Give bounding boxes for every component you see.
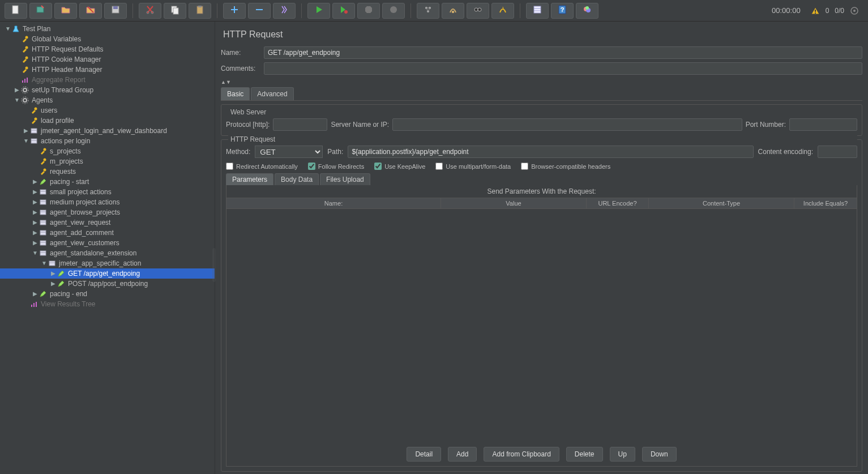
col-value[interactable]: Value — [441, 198, 587, 208]
path-input[interactable] — [348, 146, 753, 158]
expand-arrow-icon[interactable]: ▼ — [14, 95, 20, 105]
collapse-button[interactable] — [248, 3, 271, 19]
tree-node[interactable]: m_projects — [0, 156, 215, 166]
tree-node[interactable]: HTTP Header Manager — [0, 65, 215, 75]
save-button[interactable] — [104, 3, 127, 19]
detail-button[interactable]: Detail — [407, 447, 441, 462]
up-button[interactable]: Up — [610, 447, 635, 462]
tree-node[interactable]: ▶setUp Thread Group — [0, 85, 215, 95]
expand-arrow-icon[interactable]: ▶ — [32, 289, 39, 299]
tree-node[interactable]: Aggregate Report — [0, 75, 215, 85]
expand-arrow-icon[interactable]: ▶ — [14, 85, 20, 95]
name-input[interactable] — [264, 46, 862, 59]
expand-arrow-icon[interactable]: ▶ — [32, 197, 39, 207]
comments-input[interactable] — [264, 62, 862, 75]
expand-arrow-icon[interactable]: ▶ — [32, 207, 39, 217]
tree-node[interactable]: ▶GET /app/get_endpoing — [0, 268, 215, 279]
tree-node[interactable]: ▶agent_add_comment — [0, 228, 215, 238]
expand-arrow-icon[interactable]: ▼ — [32, 248, 39, 258]
tab-basic[interactable]: Basic — [221, 87, 250, 100]
new-file-button[interactable] — [5, 3, 27, 19]
expand-arrow-icon[interactable]: ▼ — [23, 136, 29, 146]
col-include-equals[interactable]: Include Equals? — [794, 198, 857, 208]
tree-node[interactable]: ▼jmeter_app_specific_action — [0, 258, 215, 268]
tree-node[interactable]: HTTP Cookie Manager — [0, 54, 215, 65]
expand-arrow-icon[interactable]: ▶ — [32, 177, 39, 187]
tab-advanced[interactable]: Advanced — [251, 87, 293, 100]
cut-button[interactable] — [139, 3, 161, 19]
col-name[interactable]: Name: — [226, 198, 441, 208]
tree-node[interactable]: users — [0, 105, 215, 116]
add-from-clipboard-button[interactable]: Add from Clipboard — [484, 447, 559, 462]
expand-arrow-icon[interactable]: ▶ — [32, 217, 39, 228]
start-button[interactable] — [307, 3, 330, 19]
expand-collapse-arrows[interactable]: ▲▼ — [221, 79, 862, 85]
chk-multipart[interactable]: Use multipart/form-data — [435, 163, 511, 170]
clear-all-button[interactable] — [491, 3, 514, 19]
tree-node[interactable]: ▶pacing - end — [0, 289, 215, 299]
expand-arrow-icon[interactable]: ▶ — [50, 279, 57, 289]
tree-node[interactable]: HTTP Request Defaults — [0, 44, 215, 54]
expand-button[interactable] — [223, 3, 246, 19]
expand-arrow-icon[interactable]: ▶ — [23, 126, 29, 136]
stop-button[interactable] — [357, 3, 380, 19]
help-button[interactable]: ? — [551, 3, 574, 19]
expand-arrow-icon[interactable]: ▶ — [50, 268, 57, 279]
open-button[interactable] — [54, 3, 77, 19]
function-helper-button[interactable] — [526, 3, 549, 19]
server-input[interactable] — [392, 118, 742, 131]
tree-node[interactable]: ▶POST /app/post_endpoing — [0, 279, 215, 289]
tree-node[interactable]: ▶agent_browse_projects — [0, 207, 215, 217]
tree-node[interactable]: ▶small project actions — [0, 187, 215, 197]
col-url-encode[interactable]: URL Encode? — [587, 198, 649, 208]
subtab-parameters[interactable]: Parameters — [226, 173, 273, 185]
subtab-files-upload[interactable]: Files Upload — [320, 173, 370, 185]
test-plan-tree[interactable]: ▼Test PlanGlobal VariablesHTTP Request D… — [0, 22, 215, 474]
theme-button[interactable] — [576, 3, 598, 19]
encoding-input[interactable] — [818, 146, 857, 158]
clear-button[interactable] — [467, 3, 489, 19]
add-button[interactable]: Add — [448, 447, 477, 462]
split-drag-handle[interactable] — [212, 248, 216, 282]
parameters-body[interactable] — [226, 209, 857, 442]
expand-arrow-icon[interactable]: ▶ — [32, 238, 39, 248]
toggle-button[interactable] — [273, 3, 296, 19]
shutdown-button[interactable] — [382, 3, 405, 19]
col-content-type[interactable]: Content-Type — [649, 198, 794, 208]
chk-redirect-auto[interactable]: Redirect Automatically — [226, 163, 298, 170]
tree-node[interactable]: ▶agent_view_request — [0, 217, 215, 228]
subtab-body-data[interactable]: Body Data — [275, 173, 319, 185]
tree-node[interactable]: s_projects — [0, 146, 215, 156]
tree-node[interactable]: ▶agent_view_customers — [0, 238, 215, 248]
chk-follow-redirects[interactable]: Follow Redirects — [308, 163, 364, 170]
expand-arrow-icon[interactable]: ▼ — [5, 24, 11, 34]
paste-button[interactable] — [189, 3, 211, 19]
tree-node[interactable]: load profile — [0, 116, 215, 126]
remote-start-button[interactable] — [417, 3, 439, 19]
tree-node[interactable]: ▶pacing - start — [0, 177, 215, 187]
tree-node[interactable]: Global Variables — [0, 34, 215, 44]
chk-keepalive[interactable]: Use KeepAlive — [374, 163, 425, 170]
close-button[interactable] — [79, 3, 102, 19]
tree-node[interactable]: ▼agent_standalone_extension — [0, 248, 215, 258]
chk-browser-compat[interactable]: Browser-compatible headers — [521, 163, 610, 170]
copy-button[interactable] — [164, 3, 186, 19]
tree-node[interactable]: ▶jmeter_agent_login_and_view_dashboard — [0, 126, 215, 136]
tree-node[interactable]: ▶medium project actions — [0, 197, 215, 207]
expand-arrow-icon[interactable]: ▶ — [32, 228, 39, 238]
tree-node[interactable]: ▼actions per login — [0, 136, 215, 146]
expand-arrow-icon[interactable]: ▼ — [41, 258, 48, 268]
remote-stop-button[interactable] — [442, 3, 464, 19]
method-select[interactable]: GET — [255, 146, 323, 158]
new-template-button[interactable] — [29, 3, 52, 19]
port-input[interactable] — [789, 118, 857, 131]
delete-button[interactable]: Delete — [566, 447, 603, 462]
tree-node[interactable]: ▼Test Plan — [0, 24, 215, 34]
tree-node[interactable]: View Results Tree — [0, 299, 215, 309]
expand-arrow-icon[interactable]: ▶ — [32, 187, 39, 197]
start-no-pause-button[interactable] — [332, 3, 355, 19]
down-button[interactable]: Down — [642, 447, 677, 462]
tree-node[interactable]: ▼Agents — [0, 95, 215, 105]
tree-node[interactable]: requests — [0, 166, 215, 177]
protocol-input[interactable] — [273, 118, 327, 131]
